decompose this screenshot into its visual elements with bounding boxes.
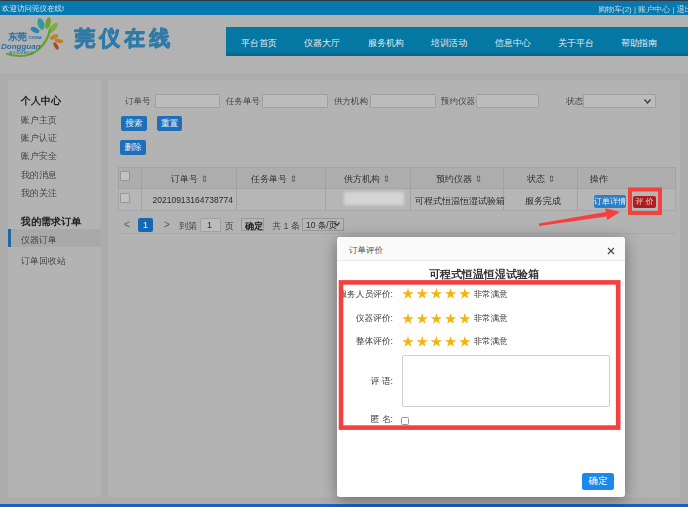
svg-text:东莞: 东莞 (7, 31, 28, 42)
svg-text:Dongguan: Dongguan (1, 42, 41, 51)
svg-text:每天绽放新精彩: 每天绽放新精彩 (9, 50, 35, 55)
svg-text:CHINA: CHINA (29, 35, 42, 40)
